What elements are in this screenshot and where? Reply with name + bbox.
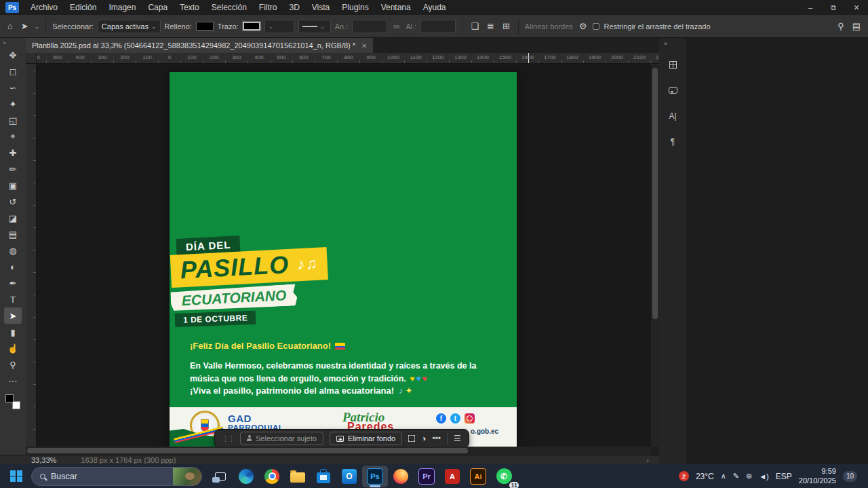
menu-item[interactable]: Imagen: [102, 0, 142, 15]
menu-item[interactable]: 3D: [283, 0, 305, 15]
link-dimensions-icon[interactable]: ∞: [391, 21, 401, 31]
microsoft-store-app[interactable]: [311, 466, 336, 487]
crop-tool[interactable]: ◱: [4, 112, 22, 128]
stroke-width-input[interactable]: ⌄: [264, 20, 294, 33]
quick-selection-tool[interactable]: ✦: [4, 96, 22, 112]
whatsapp-app[interactable]: ✆ 11: [491, 466, 517, 487]
character-panel-icon[interactable]: A|: [665, 108, 681, 124]
path-arrangement-icon[interactable]: ⊞: [500, 21, 512, 31]
menu-item[interactable]: Ventana: [375, 0, 417, 15]
taskbar-search[interactable]: Buscar: [31, 467, 202, 486]
vertical-scrollbar-thumb[interactable]: [652, 68, 658, 319]
select-mode-dropdown[interactable]: Capas activas ⌄: [98, 20, 161, 33]
foreground-color-swatch[interactable]: [5, 394, 14, 402]
height-input[interactable]: [420, 20, 456, 33]
lasso-tool[interactable]: ∽: [4, 79, 22, 96]
transform-selection-icon[interactable]: [408, 435, 415, 442]
status-options-chevron-icon[interactable]: ›: [646, 456, 649, 464]
illustrator-app[interactable]: Ai: [465, 466, 491, 487]
type-tool[interactable]: T: [4, 291, 22, 307]
vertical-scrollbar[interactable]: [651, 64, 659, 447]
menu-item[interactable]: Vista: [306, 0, 336, 15]
tool-preset-chevron-icon[interactable]: ⌄: [35, 23, 40, 30]
zoom-tool[interactable]: ⚲: [4, 356, 22, 373]
select-subject-button[interactable]: Seleccionar sujeto: [240, 432, 323, 445]
eraser-tool[interactable]: ◪: [4, 210, 22, 226]
poster-canvas[interactable]: DÍA DEL PASILLO ♪♫ ECUATORIANO 1 DE OCTU…: [170, 72, 517, 447]
drag-handle-icon[interactable]: ⋮⋮: [222, 434, 234, 443]
menu-item[interactable]: Archivo: [24, 0, 64, 15]
toolbar-expand-icon[interactable]: »: [0, 39, 9, 47]
horizontal-scrollbar[interactable]: [26, 447, 651, 455]
edit-toolbar-icon[interactable]: ⋯: [4, 373, 22, 389]
start-button[interactable]: [4, 466, 28, 487]
restore-icon[interactable]: ⧉: [822, 0, 845, 15]
edge-app[interactable]: [233, 466, 259, 487]
file-explorer-app[interactable]: [285, 466, 311, 487]
notification-count-badge[interactable]: 10: [843, 471, 857, 482]
tool-preset-icon[interactable]: ➤: [19, 21, 31, 31]
path-alignment-icon[interactable]: ≣: [485, 21, 496, 31]
spot-healing-brush-tool[interactable]: ✚: [4, 145, 22, 161]
vertical-ruler[interactable]: [26, 64, 37, 447]
brush-tool[interactable]: ✏: [4, 161, 22, 177]
gradient-tool[interactable]: ▤: [4, 226, 22, 242]
dodge-tool[interactable]: ◐: [4, 259, 22, 275]
pen-icon[interactable]: ✎: [733, 472, 739, 481]
horizontal-scrollbar-thumb[interactable]: [27, 448, 468, 453]
weather-temperature[interactable]: 23°C: [696, 472, 714, 481]
zoom-level[interactable]: 33,33%: [31, 456, 56, 464]
network-icon[interactable]: ⊕: [746, 472, 752, 481]
menu-item[interactable]: Texto: [174, 0, 205, 15]
constrain-path-checkbox[interactable]: [593, 23, 599, 30]
gear-icon[interactable]: ⚙: [577, 21, 589, 31]
path-selection-tool[interactable]: ➤: [4, 307, 22, 324]
horizontal-ruler[interactable]: 6005004003002001000100200300400500600700…: [37, 53, 659, 64]
hidden-icons-chevron-icon[interactable]: ∧: [721, 472, 726, 481]
clone-stamp-tool[interactable]: ▣: [4, 177, 22, 193]
menu-item[interactable]: Edición: [64, 0, 102, 15]
rectangular-marquee-tool[interactable]: ◻: [4, 63, 22, 79]
search-icon[interactable]: ⚲: [835, 21, 846, 31]
close-icon[interactable]: ✕: [845, 0, 868, 15]
move-tool[interactable]: ✥: [4, 47, 22, 63]
workspace-layout-icon[interactable]: ▤: [850, 21, 863, 31]
acrobat-app[interactable]: A: [439, 466, 465, 487]
adjustment-icon[interactable]: ◑: [421, 434, 426, 443]
menu-item[interactable]: Selección: [205, 0, 253, 15]
chrome-app[interactable]: [259, 466, 285, 487]
width-input[interactable]: [352, 20, 387, 33]
tab-close-icon[interactable]: ✕: [361, 42, 367, 50]
menu-item[interactable]: Capa: [142, 0, 174, 15]
menu-item[interactable]: Filtro: [253, 0, 283, 15]
path-operations-icon[interactable]: ❑: [469, 21, 481, 31]
fill-swatch[interactable]: [196, 22, 214, 31]
properties-sliders-icon[interactable]: ☰: [454, 434, 461, 443]
tray-alert-badge[interactable]: 2: [679, 471, 689, 481]
swatches-panel-icon[interactable]: [665, 56, 681, 73]
more-options-icon[interactable]: •••: [432, 434, 441, 443]
hand-tool[interactable]: ☝: [4, 340, 22, 356]
collapse-panels-icon[interactable]: «: [659, 38, 667, 47]
stroke-style-dropdown[interactable]: ⌄: [298, 20, 331, 33]
taskbar-clock[interactable]: 9:59 20/10/2025: [799, 467, 836, 486]
eyedropper-tool[interactable]: ⌖: [4, 128, 22, 145]
home-icon[interactable]: ⌂: [5, 21, 15, 31]
document-tab[interactable]: Plantilla 2025.psd al 33,3% (504664122_5…: [26, 38, 373, 53]
foreground-background-swatches[interactable]: [5, 394, 20, 409]
firefox-app[interactable]: [388, 466, 414, 487]
stroke-swatch[interactable]: [243, 22, 260, 31]
search-highlight-image[interactable]: [173, 467, 201, 486]
blur-tool[interactable]: ◍: [4, 242, 22, 259]
task-view-button[interactable]: [208, 466, 233, 487]
rectangle-tool[interactable]: ▮: [4, 324, 22, 340]
menu-item[interactable]: Plugins: [336, 0, 374, 15]
menu-item[interactable]: Ayuda: [417, 0, 452, 15]
outlook-app[interactable]: O: [336, 466, 362, 487]
photoshop-app[interactable]: Ps: [362, 466, 388, 487]
pen-tool[interactable]: ✒: [4, 275, 22, 291]
comments-panel-icon[interactable]: [665, 82, 681, 98]
premiere-app[interactable]: Pr: [414, 466, 439, 487]
remove-background-button[interactable]: Eliminar fondo: [330, 432, 402, 445]
language-indicator[interactable]: ESP: [776, 472, 792, 481]
